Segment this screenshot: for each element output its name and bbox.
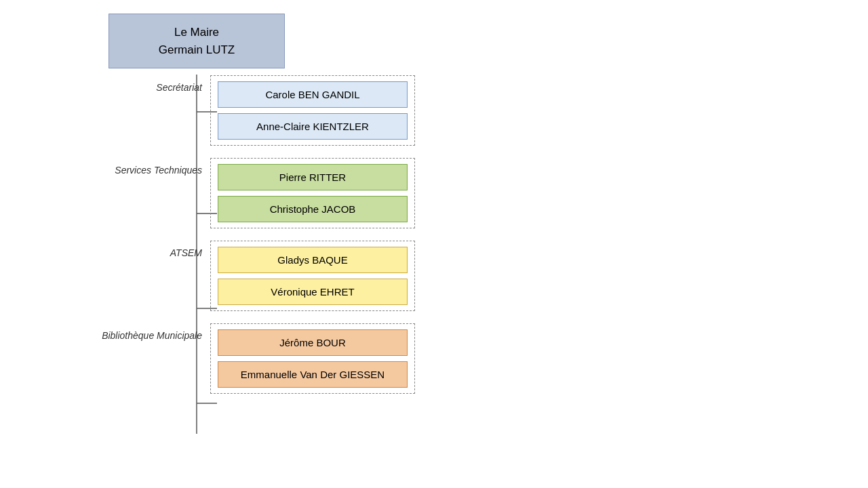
mayor-title: Le Maire bbox=[174, 26, 219, 39]
label-secretariat: Secrétariat bbox=[102, 75, 210, 93]
person-gladys: Gladys BAQUE bbox=[218, 247, 408, 273]
group-secretariat: Carole BEN GANDIL Anne-Claire KIENTZLER bbox=[210, 75, 415, 146]
section-secretariat: Secrétariat Carole BEN GANDIL Anne-Clair… bbox=[102, 75, 610, 146]
group-bibliotheque: Jérôme BOUR Emmanuelle Van Der GIESSEN bbox=[210, 323, 415, 394]
person-jerome: Jérôme BOUR bbox=[218, 329, 408, 356]
label-atsem: ATSEM bbox=[102, 241, 210, 258]
label-services: Services Techniques bbox=[102, 158, 210, 176]
person-anneclaire: Anne-Claire KIENTZLER bbox=[218, 113, 408, 140]
section-bibliotheque: Bibliothèque Municipale Jérôme BOUR Emma… bbox=[102, 323, 610, 394]
mayor-box: Le Maire Germain LUTZ bbox=[108, 14, 285, 68]
person-emmanuelle: Emmanuelle Van Der GIESSEN bbox=[218, 361, 408, 388]
label-bibliotheque: Bibliothèque Municipale bbox=[102, 323, 210, 341]
org-chart: Le Maire Germain LUTZ Secrétariat Carole… bbox=[102, 14, 610, 394]
section-services-techniques: Services Techniques Pierre RITTER Christ… bbox=[102, 158, 610, 228]
person-carole: Carole BEN GANDIL bbox=[218, 81, 408, 108]
person-veronique: Véronique EHRET bbox=[218, 279, 408, 305]
group-atsem: Gladys BAQUE Véronique EHRET bbox=[210, 241, 415, 311]
person-christophe: Christophe JACOB bbox=[218, 196, 408, 222]
sections-wrapper: Secrétariat Carole BEN GANDIL Anne-Clair… bbox=[102, 75, 610, 394]
person-pierre: Pierre RITTER bbox=[218, 164, 408, 190]
section-atsem: ATSEM Gladys BAQUE Véronique EHRET bbox=[102, 241, 610, 311]
mayor-name: Germain LUTZ bbox=[159, 43, 235, 56]
group-services: Pierre RITTER Christophe JACOB bbox=[210, 158, 415, 228]
